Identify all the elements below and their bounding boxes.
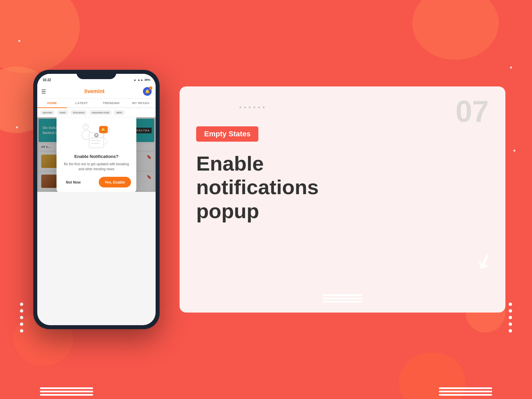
phone-notch bbox=[76, 70, 116, 79]
tab-home[interactable]: HOME bbox=[37, 99, 67, 108]
dot bbox=[509, 323, 512, 326]
not-now-button[interactable]: Not Now bbox=[62, 178, 85, 187]
arrow-decoration: ↙ bbox=[472, 247, 496, 275]
notification-illustration: 🔔 bbox=[80, 120, 113, 150]
scatter-dot bbox=[16, 126, 18, 128]
tab-latest[interactable]: LATEST bbox=[67, 99, 96, 107]
nav-tabs: HOME LATEST TRENDING MY READS bbox=[37, 99, 156, 108]
notification-badge: 1 bbox=[149, 86, 152, 90]
dot-pattern-item bbox=[239, 106, 241, 108]
content-area: On India'sfastest internet SPECTRA HT C.… bbox=[37, 117, 156, 192]
tab-my-reads[interactable]: MY READS bbox=[126, 99, 156, 107]
dot-pattern-item bbox=[253, 106, 255, 108]
title-line-3: popup bbox=[196, 200, 259, 222]
deco-line bbox=[323, 294, 362, 296]
tab-trending[interactable]: TRENDING bbox=[96, 99, 126, 107]
dot bbox=[20, 323, 23, 326]
dots-pattern bbox=[239, 106, 265, 108]
dot-pattern-item bbox=[263, 106, 265, 108]
popup-buttons: Not Now Yes, Enable bbox=[62, 177, 131, 188]
right-panel: 07 Empty States Enable notifications pop… bbox=[180, 86, 505, 313]
tag-pills-row: specials news insurance narendra modi de… bbox=[37, 108, 156, 117]
scatter-dot bbox=[510, 66, 512, 68]
dot bbox=[20, 329, 23, 332]
signal-icon: ▲▲ bbox=[137, 78, 143, 81]
dot-pattern-item bbox=[249, 106, 251, 108]
bottom-line bbox=[439, 391, 492, 392]
dot-pattern-item bbox=[244, 106, 246, 108]
tag-delhi[interactable]: delhi bbox=[114, 110, 125, 115]
dot bbox=[509, 329, 512, 332]
tag-news[interactable]: news bbox=[57, 110, 68, 115]
popup-title: Enable Notifications? bbox=[62, 154, 131, 159]
app-logo: livemint bbox=[84, 88, 104, 94]
dot bbox=[20, 303, 23, 306]
scatter-dot bbox=[18, 40, 20, 42]
deco-line bbox=[323, 301, 362, 303]
bottom-line bbox=[439, 387, 492, 389]
main-container: 16:22 ▲ ▲▲ 38% ☰ livemint 🔔 1 bbox=[27, 17, 505, 382]
deco-line bbox=[323, 298, 362, 299]
dots-decoration-left bbox=[20, 303, 23, 332]
app-header: ☰ livemint 🔔 1 bbox=[37, 84, 156, 99]
notification-popup: 🔔 Enable Notifications? Be the first one… bbox=[57, 117, 136, 192]
tag-specials[interactable]: specials bbox=[40, 110, 55, 115]
logo-mint: mint bbox=[93, 88, 104, 94]
notification-icon[interactable]: 🔔 1 bbox=[143, 87, 152, 96]
tag-insurance[interactable]: insurance bbox=[70, 110, 87, 115]
dots-decoration-right bbox=[509, 303, 512, 332]
slide-number: 07 bbox=[456, 96, 489, 126]
wifi-icon: ▲ bbox=[133, 78, 136, 81]
dot bbox=[20, 316, 23, 319]
yes-enable-button[interactable]: Yes, Enable bbox=[99, 177, 131, 188]
dot bbox=[509, 309, 512, 313]
status-time: 16:22 bbox=[43, 78, 51, 82]
bottom-line bbox=[439, 394, 492, 396]
popup-description: Be the first one to get updated with bre… bbox=[62, 162, 131, 172]
bottom-line bbox=[40, 391, 93, 392]
bottom-line bbox=[40, 394, 93, 396]
phone-container: 16:22 ▲ ▲▲ 38% ☰ livemint 🔔 1 bbox=[27, 70, 166, 329]
dot bbox=[509, 316, 512, 319]
bottom-line bbox=[40, 387, 93, 389]
phone-frame: 16:22 ▲ ▲▲ 38% ☰ livemint 🔔 1 bbox=[33, 70, 160, 329]
dot-pattern-item bbox=[258, 106, 260, 108]
title-line-1: Enable bbox=[196, 152, 264, 175]
svg-text:🔔: 🔔 bbox=[101, 127, 106, 132]
panel-content: Empty States Enable notifications popup bbox=[196, 126, 489, 223]
menu-icon[interactable]: ☰ bbox=[41, 88, 46, 95]
main-title: Enable notifications popup bbox=[196, 152, 489, 223]
phone-screen: 16:22 ▲ ▲▲ 38% ☰ livemint 🔔 1 bbox=[37, 74, 156, 325]
logo-live: live bbox=[84, 88, 93, 94]
svg-point-11 bbox=[95, 135, 96, 135]
category-badge: Empty States bbox=[196, 126, 258, 142]
dot bbox=[20, 309, 23, 313]
title-line-2: notifications bbox=[196, 176, 319, 199]
panel-bottom-decoration bbox=[323, 294, 362, 303]
tag-narendra-modi[interactable]: narendra modi bbox=[89, 110, 112, 115]
battery-text: 38% bbox=[144, 78, 150, 81]
svg-point-12 bbox=[97, 135, 97, 135]
status-icons: ▲ ▲▲ 38% bbox=[133, 78, 150, 81]
scatter-dot bbox=[513, 150, 515, 152]
dot bbox=[509, 303, 512, 306]
